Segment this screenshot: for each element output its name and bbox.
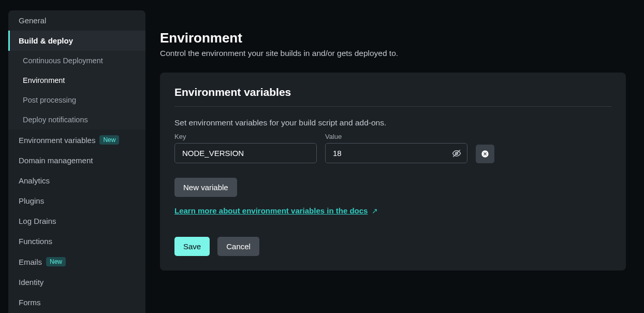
new-variable-button[interactable]: New variable xyxy=(174,178,237,197)
key-field-group: Key xyxy=(174,133,317,163)
sidebar-item-domain-management[interactable]: Domain management xyxy=(8,150,145,170)
sidebar-item-identity[interactable]: Identity xyxy=(8,272,145,292)
new-badge: New xyxy=(99,135,119,145)
settings-sidebar: General Build & deploy Continuous Deploy… xyxy=(8,10,145,313)
sidebar-item-deploy-notifications[interactable]: Deploy notifications xyxy=(8,110,145,130)
sidebar-item-emails[interactable]: Emails New xyxy=(8,251,145,272)
sidebar-item-plugins[interactable]: Plugins xyxy=(8,191,145,211)
sidebar-item-forms[interactable]: Forms xyxy=(8,292,145,312)
page-title: Environment xyxy=(160,30,626,46)
visibility-toggle-icon[interactable] xyxy=(452,149,461,158)
sidebar-item-general[interactable]: General xyxy=(8,10,145,31)
value-label: Value xyxy=(325,133,467,140)
docs-link[interactable]: Learn more about environment variables i… xyxy=(174,206,368,215)
sidebar-item-continuous-deployment[interactable]: Continuous Deployment xyxy=(8,51,145,70)
sidebar-item-build-deploy[interactable]: Build & deploy xyxy=(8,31,145,51)
external-link-icon: ↗ xyxy=(372,207,378,215)
new-badge: New xyxy=(46,257,66,266)
sidebar-item-environment-variables[interactable]: Environment variables New xyxy=(8,130,145,150)
environment-variables-card: Environment variables Set environment va… xyxy=(160,73,626,271)
key-input[interactable] xyxy=(174,143,317,163)
card-description: Set environment variables for your build… xyxy=(174,118,611,127)
sidebar-item-functions[interactable]: Functions xyxy=(8,231,145,251)
remove-icon xyxy=(481,150,489,158)
card-title: Environment variables xyxy=(174,86,611,107)
key-label: Key xyxy=(174,133,317,140)
value-field-group: Value xyxy=(325,133,467,163)
sidebar-item-environment[interactable]: Environment xyxy=(8,70,145,90)
variable-row: Key Value xyxy=(174,133,611,163)
remove-variable-button[interactable] xyxy=(476,145,494,163)
value-input[interactable] xyxy=(325,143,467,163)
cancel-button[interactable]: Cancel xyxy=(217,237,259,256)
main-content: Environment Control the environment your… xyxy=(145,0,644,313)
page-subtitle: Control the environment your site builds… xyxy=(160,49,626,58)
sidebar-item-post-processing[interactable]: Post processing xyxy=(8,90,145,110)
sidebar-item-analytics[interactable]: Analytics xyxy=(8,170,145,191)
save-button[interactable]: Save xyxy=(174,237,210,256)
sidebar-item-log-drains[interactable]: Log Drains xyxy=(8,211,145,231)
